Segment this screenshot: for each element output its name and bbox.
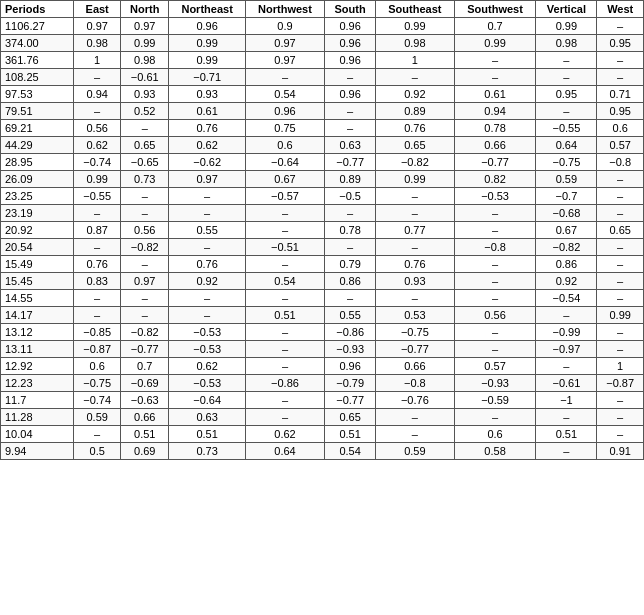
value-cell: 0.59 [74, 409, 121, 426]
value-cell: −0.68 [536, 205, 597, 222]
value-cell: 0.78 [325, 222, 376, 239]
value-cell: – [74, 69, 121, 86]
value-cell: −0.75 [376, 324, 455, 341]
value-cell: – [454, 52, 536, 69]
period-cell: 12.23 [1, 375, 74, 392]
value-cell: −0.82 [120, 324, 168, 341]
value-cell: – [169, 307, 245, 324]
value-cell: – [245, 341, 324, 358]
period-cell: 12.92 [1, 358, 74, 375]
value-cell: 0.76 [169, 120, 245, 137]
value-cell: 0.93 [169, 86, 245, 103]
table-row: 44.290.620.650.620.60.630.650.660.640.57 [1, 137, 644, 154]
value-cell: 0.99 [376, 18, 455, 35]
value-cell: – [120, 307, 168, 324]
value-cell: – [597, 18, 644, 35]
value-cell: 0.92 [376, 86, 455, 103]
value-cell: −0.62 [169, 154, 245, 171]
value-cell: −0.77 [454, 154, 536, 171]
value-cell: – [120, 256, 168, 273]
value-cell: 0.87 [74, 222, 121, 239]
value-cell: 0.62 [169, 358, 245, 375]
table-row: 20.54–−0.82–−0.51––−0.8−0.82– [1, 239, 644, 256]
table-row: 26.090.990.730.970.670.890.990.820.59– [1, 171, 644, 188]
value-cell: – [169, 188, 245, 205]
value-cell: 1 [597, 358, 644, 375]
value-cell: – [325, 120, 376, 137]
period-cell: 1106.27 [1, 18, 74, 35]
value-cell: 0.86 [325, 273, 376, 290]
table-row: 23.25−0.55––−0.57−0.5–−0.53−0.7– [1, 188, 644, 205]
value-cell: – [325, 239, 376, 256]
column-header-east: East [74, 1, 121, 18]
value-cell: 0.7 [454, 18, 536, 35]
value-cell: 0.67 [245, 171, 324, 188]
value-cell: – [597, 69, 644, 86]
value-cell: −0.64 [245, 154, 324, 171]
value-cell: 0.63 [325, 137, 376, 154]
value-cell: −0.51 [245, 239, 324, 256]
column-header-northwest: Northwest [245, 1, 324, 18]
value-cell: −0.87 [597, 375, 644, 392]
value-cell: – [376, 69, 455, 86]
value-cell: 0.5 [74, 443, 121, 460]
value-cell: −0.85 [74, 324, 121, 341]
table-row: 28.95−0.74−0.65−0.62−0.64−0.77−0.82−0.77… [1, 154, 644, 171]
value-cell: 0.89 [376, 103, 455, 120]
table-row: 12.920.60.70.62–0.960.660.57–1 [1, 358, 644, 375]
table-row: 374.000.980.990.990.970.960.980.990.980.… [1, 35, 644, 52]
value-cell: – [376, 188, 455, 205]
column-header-southeast: Southeast [376, 1, 455, 18]
value-cell: – [245, 290, 324, 307]
value-cell: – [376, 409, 455, 426]
value-cell: – [536, 103, 597, 120]
value-cell: 0.55 [169, 222, 245, 239]
value-cell: 0.76 [376, 120, 455, 137]
column-header-periods: Periods [1, 1, 74, 18]
value-cell: 0.65 [325, 409, 376, 426]
value-cell: – [536, 307, 597, 324]
period-cell: 14.55 [1, 290, 74, 307]
value-cell: – [245, 222, 324, 239]
value-cell: −0.5 [325, 188, 376, 205]
period-cell: 15.45 [1, 273, 74, 290]
value-cell: 0.7 [120, 358, 168, 375]
value-cell: 0.97 [120, 18, 168, 35]
value-cell: 0.66 [454, 137, 536, 154]
value-cell: −0.7 [536, 188, 597, 205]
table-row: 23.19–––––––−0.68– [1, 205, 644, 222]
value-cell: 0.6 [454, 426, 536, 443]
value-cell: – [454, 69, 536, 86]
value-cell: −0.55 [74, 188, 121, 205]
value-cell: 0.98 [536, 35, 597, 52]
value-cell: −0.61 [536, 375, 597, 392]
value-cell: – [245, 409, 324, 426]
value-cell: 0.76 [376, 256, 455, 273]
value-cell: 0.55 [325, 307, 376, 324]
period-cell: 13.12 [1, 324, 74, 341]
column-header-south: South [325, 1, 376, 18]
value-cell: – [74, 290, 121, 307]
value-cell: −0.54 [536, 290, 597, 307]
value-cell: – [597, 239, 644, 256]
value-cell: – [120, 205, 168, 222]
value-cell: 0.96 [325, 35, 376, 52]
data-table: PeriodsEastNorthNortheastNorthwestSouthS… [0, 0, 644, 460]
value-cell: – [169, 205, 245, 222]
value-cell: 0.51 [169, 426, 245, 443]
table-row: 97.530.940.930.930.540.960.920.610.950.7… [1, 86, 644, 103]
period-cell: 11.28 [1, 409, 74, 426]
value-cell: 0.99 [536, 18, 597, 35]
value-cell: 0.62 [169, 137, 245, 154]
value-cell: 0.54 [245, 86, 324, 103]
value-cell: 0.54 [325, 443, 376, 460]
value-cell: – [454, 256, 536, 273]
value-cell: – [536, 358, 597, 375]
value-cell: 0.51 [245, 307, 324, 324]
period-cell: 23.19 [1, 205, 74, 222]
value-cell: 0.6 [74, 358, 121, 375]
value-cell: −0.61 [120, 69, 168, 86]
table-row: 10.04–0.510.510.620.51–0.60.51– [1, 426, 644, 443]
period-cell: 97.53 [1, 86, 74, 103]
value-cell: 0.73 [120, 171, 168, 188]
